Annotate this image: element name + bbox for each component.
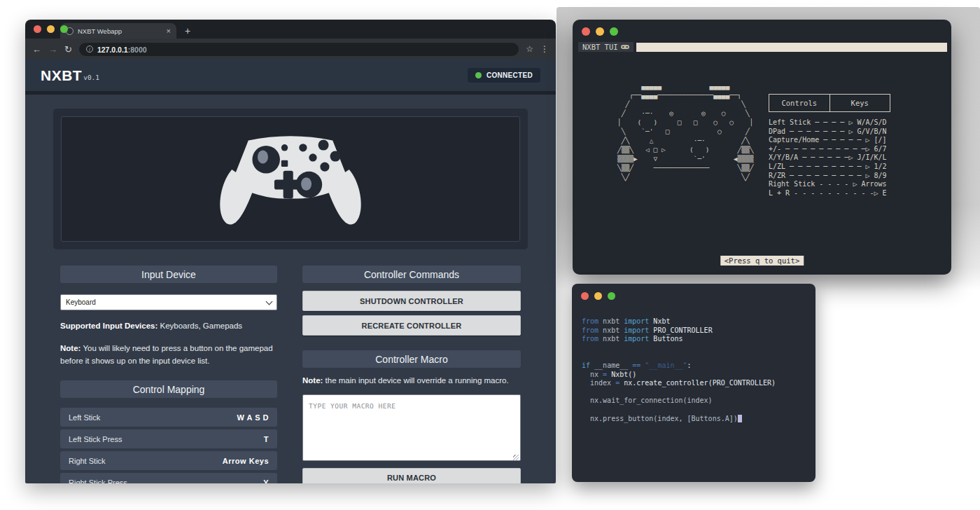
url-port: :8000 — [128, 46, 147, 54]
brand-version: v0.1 — [83, 74, 99, 81]
code-line — [582, 406, 816, 415]
tui-key-row: +/- ─ ─ ─ ─ ─ ─ ─ ─ ─ ─▷ 6/7 — [769, 145, 890, 154]
controller-macro-header: Controller Macro — [302, 350, 521, 368]
new-tab-button[interactable]: + — [185, 26, 190, 36]
code-line: if __name__ == "__main__": — [582, 361, 816, 371]
browser-toolbar: ← → ↻ i 127.0.0.1:8000 ☆ ⋮ — [25, 39, 556, 60]
browser-menu-icon[interactable]: ⋮ — [540, 44, 549, 54]
header-divider — [25, 91, 556, 95]
code-line: nx.press_button(index, [Buttons.A]) — [582, 415, 816, 424]
macro-input[interactable] — [302, 394, 521, 461]
resize-grip-icon[interactable] — [513, 455, 519, 460]
supported-devices-text: Supported Input Devices: Keyboards, Game… — [60, 320, 277, 333]
mapping-control-label: Right Stick — [69, 457, 106, 465]
code-line — [582, 388, 816, 397]
connection-status-badge: CONNECTED — [468, 68, 540, 83]
maximize-window-icon[interactable] — [610, 27, 618, 36]
reload-icon[interactable]: ↻ — [64, 45, 72, 54]
mapping-control-label: Left Stick — [69, 413, 100, 422]
maximize-window-icon[interactable] — [60, 25, 68, 33]
tui-title-chip: NXBT TUI — [578, 42, 634, 52]
code-line: nx = Nxbt() — [582, 371, 816, 380]
keys-column-header: Keys — [830, 95, 890, 111]
tui-key-row: L/ZL ─ ─ ─ ─ ─ ─ ─ ─ ─ ▷ 1/2 — [769, 163, 890, 172]
window-controls — [34, 25, 68, 33]
webapp-columns: Input Device Keyboard Supported Input De… — [60, 266, 521, 483]
mapping-control-label: Left Stick Press — [69, 435, 122, 443]
close-window-icon[interactable] — [34, 25, 41, 33]
recreate-controller-button[interactable]: RECREATE CONTROLLER — [302, 315, 521, 336]
browser-window: NXBT Webapp × + ← → ↻ i 127.0.0.1:8000 ☆… — [25, 20, 556, 483]
maximize-window-icon[interactable] — [608, 292, 615, 300]
macro-note-text: Note: the main input device will overrid… — [302, 375, 521, 387]
address-bar[interactable]: i 127.0.0.1:8000 — [79, 43, 519, 56]
code-line: index = nx.create_controller(PRO_CONTROL… — [582, 379, 816, 388]
controls-column-header: Controls — [769, 95, 830, 111]
gamepad-note-text: Note: You will likely need to press a bu… — [60, 343, 277, 368]
status-dot-icon — [475, 72, 482, 78]
control-mapping-rows: Left StickW A S DLeft Stick PressTRight … — [60, 408, 277, 483]
back-icon[interactable]: ← — [32, 45, 41, 54]
code-line — [582, 352, 816, 361]
mapping-keys-value: T — [264, 435, 269, 443]
code-line — [582, 344, 816, 353]
tui-key-row: DPad ─ ─ ─ ─ ─ ─ ─ ▷ G/V/B/N — [769, 127, 890, 137]
tui-table-header: Controls Keys — [769, 94, 890, 112]
left-column: Input Device Keyboard Supported Input De… — [60, 266, 277, 483]
tui-key-row: R/ZR ─ ─ ─ ─ ─ ─ ─ ─ ─ ▷ 8/9 — [769, 172, 890, 181]
right-column: Controller Commands SHUTDOWN CONTROLLER … — [302, 266, 521, 483]
minimize-window-icon[interactable] — [47, 25, 55, 33]
mapping-row[interactable]: Left StickW A S D — [60, 408, 277, 427]
forward-icon[interactable]: → — [48, 45, 57, 54]
mapping-row[interactable]: Left Stick PressT — [60, 429, 277, 448]
controller-commands-header: Controller Commands — [302, 266, 521, 283]
gamepad-icon — [621, 44, 629, 50]
input-device-header: Input Device — [60, 266, 277, 283]
tui-key-row: X/Y/B/A ─ ─ ─ ─ ─ ─▷ J/I/K/L — [769, 153, 890, 163]
window-controls — [581, 292, 615, 300]
select-value: Keyboard — [66, 298, 267, 306]
bookmark-star-icon[interactable]: ☆ — [526, 44, 533, 54]
tui-title: NXBT TUI — [582, 43, 618, 51]
tab-title: NXBT Webapp — [78, 27, 162, 35]
tui-key-row: Left Stick ─ ─ ─ ─ ▷ W/A/S/D — [769, 118, 890, 127]
url-host: 127.0.0.1 — [97, 46, 128, 54]
screenshot-canvas: NXBT Webapp × + ← → ↻ i 127.0.0.1:8000 ☆… — [0, 0, 980, 510]
nxbt-webapp-page: NXBT v0.1 CONNECTED — [25, 60, 556, 483]
close-window-icon[interactable] — [581, 292, 589, 300]
python-terminal-window: from nxbt import Nxbtfrom nxbt import PR… — [572, 284, 816, 482]
minimize-window-icon[interactable] — [596, 27, 604, 36]
brand-title: NXBT — [41, 67, 82, 84]
tui-status-bar: NXBT TUI — [578, 42, 947, 52]
pro-controller-image — [205, 123, 376, 235]
chevron-down-icon — [266, 298, 273, 305]
code-line: from nxbt import Buttons — [582, 335, 816, 344]
mapping-control-label: Right Stick Press — [69, 478, 127, 483]
mapping-row[interactable]: Right Stick PressY — [60, 473, 277, 483]
control-mapping-header: Control Mapping — [60, 380, 277, 398]
code-line: nx.wait_for_connection(index) — [582, 397, 816, 406]
controller-image-panel — [53, 109, 528, 249]
code-block: from nxbt import Nxbtfrom nxbt import PR… — [582, 317, 816, 423]
mapping-row[interactable]: Right StickArrow Keys — [60, 451, 277, 470]
tui-key-rows: Left Stick ─ ─ ─ ─ ▷ W/A/S/DDPad ─ ─ ─ ─… — [769, 118, 890, 198]
minimize-window-icon[interactable] — [594, 292, 602, 300]
code-line: from nxbt import PRO_CONTROLLER — [582, 326, 816, 336]
browser-tab[interactable]: NXBT Webapp × — [60, 23, 176, 39]
mapping-keys-value: W A S D — [237, 413, 269, 422]
run-macro-button[interactable]: RUN MACRO — [302, 468, 521, 483]
browser-titlebar: NXBT Webapp × + — [25, 20, 556, 39]
input-device-select[interactable]: Keyboard — [60, 294, 277, 310]
tab-close-icon[interactable]: × — [167, 27, 171, 35]
tui-key-row: Right Stick - - - - ▷ Arrows — [769, 180, 890, 189]
quit-hint: <Press q to quit> — [720, 256, 804, 266]
site-info-icon[interactable]: i — [86, 46, 93, 53]
tui-key-panel: Controls Keys Left Stick ─ ─ ─ ─ ▷ W/A/S… — [769, 94, 890, 198]
window-controls — [582, 27, 618, 36]
tui-terminal-window: NXBT TUI ▄▄▄▄▄ ▄▄▄▄▄ ┌──▄▄▄▄────────────… — [573, 20, 951, 275]
tui-key-row: Capture/Home ─ ─ ─ ─ ─ ▷ [/] — [769, 136, 890, 145]
close-window-icon[interactable] — [582, 27, 590, 36]
shutdown-controller-button[interactable]: SHUTDOWN CONTROLLER — [302, 291, 521, 311]
mapping-keys-value: Arrow Keys — [223, 457, 269, 465]
code-line: from nxbt import Nxbt — [582, 317, 816, 326]
